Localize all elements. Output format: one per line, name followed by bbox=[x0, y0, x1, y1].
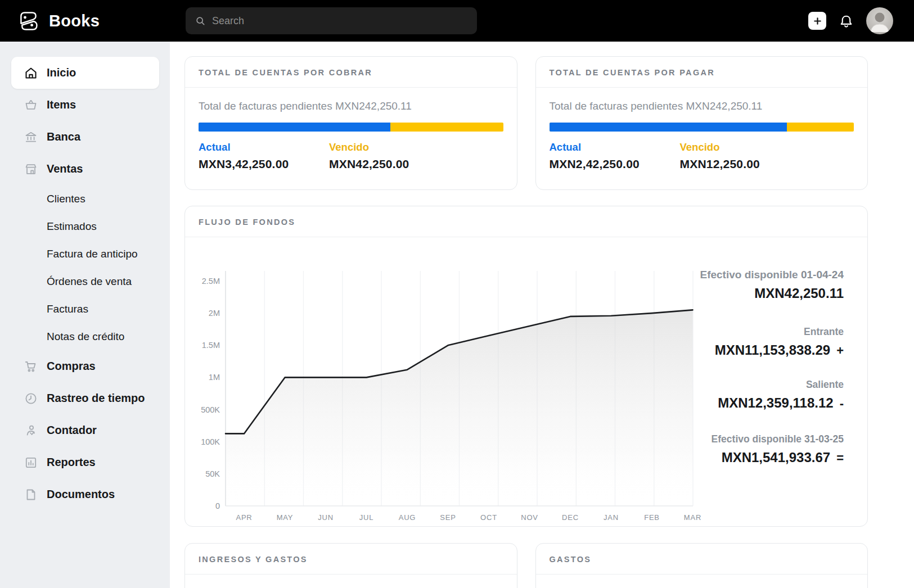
sidebar-item-label: Estimados bbox=[47, 220, 97, 233]
income-expense-card: INGRESOS Y GASTOS bbox=[184, 543, 517, 588]
minus-sign: - bbox=[840, 396, 844, 411]
sidebar: InicioItemsBancaVentasClientesEstimadosF… bbox=[0, 42, 170, 588]
sidebar-item-label: Inicio bbox=[47, 66, 76, 79]
document-icon bbox=[24, 487, 38, 502]
svg-text:JUL: JUL bbox=[359, 513, 374, 522]
sidebar-item-rastreo-de-tiempo[interactable]: Rastreo de tiempo bbox=[0, 382, 170, 414]
store-icon bbox=[24, 162, 38, 177]
svg-text:100K: 100K bbox=[201, 437, 220, 446]
clock-icon bbox=[24, 391, 38, 406]
sidebar-item-label: Notas de crédito bbox=[47, 331, 124, 343]
svg-text:2.5M: 2.5M bbox=[202, 277, 220, 286]
opening-balance-value: MXN42,250.11 bbox=[694, 286, 844, 301]
bottom-cards-row: INGRESOS Y GASTOS GASTOS bbox=[184, 543, 868, 588]
receivables-subtitle: Total de facturas pendientes MXN242,250.… bbox=[199, 100, 503, 112]
search-icon bbox=[195, 15, 206, 26]
cashflow-card: FLUJO DE FONDOS 050K100K500K1M1.5M2M2.5M… bbox=[184, 206, 868, 527]
sidebar-item-inicio[interactable]: Inicio bbox=[11, 57, 159, 89]
sidebar-item-label: Banca bbox=[47, 130, 80, 143]
sidebar-item-ventas[interactable]: Ventas bbox=[0, 153, 170, 185]
sidebar-item-label: Items bbox=[47, 98, 76, 111]
cashflow-stats: Efectivo disponible 01-04-24 MXN42,250.1… bbox=[694, 237, 867, 526]
plus-sign: + bbox=[836, 343, 844, 358]
expenses-card-title: GASTOS bbox=[536, 544, 868, 575]
payables-current-fill bbox=[550, 123, 787, 132]
report-icon bbox=[24, 455, 38, 470]
svg-text:FEB: FEB bbox=[644, 513, 660, 522]
sidebar-item-label: Facturas bbox=[47, 303, 88, 315]
svg-text:OCT: OCT bbox=[480, 513, 497, 522]
sidebar-item-reportes[interactable]: Reportes bbox=[0, 446, 170, 478]
books-app: Books bbox=[0, 0, 914, 588]
receivables-card-title: TOTAL DE CUENTAS POR COBRAR bbox=[185, 57, 517, 88]
plus-icon bbox=[812, 16, 823, 26]
search-input[interactable] bbox=[212, 15, 468, 27]
svg-text:SEP: SEP bbox=[440, 513, 456, 522]
sidebar-item-items[interactable]: Items bbox=[0, 89, 170, 121]
cashflow-card-title: FLUJO DE FONDOS bbox=[185, 206, 867, 237]
sidebar-item-notas-de-credito[interactable]: Notas de crédito bbox=[0, 323, 170, 350]
home-icon bbox=[24, 66, 38, 80]
payables-legend: Actual MXN2,42,250.00 Vencido MXN12,250.… bbox=[550, 141, 854, 171]
svg-text:2M: 2M bbox=[209, 309, 220, 318]
svg-text:JUN: JUN bbox=[318, 513, 334, 522]
basket-icon bbox=[24, 98, 38, 112]
sidebar-item-estimados[interactable]: Estimados bbox=[0, 212, 170, 240]
income-expense-card-title: INGRESOS Y GASTOS bbox=[185, 544, 517, 575]
opening-balance-label: Efectivo disponible 01-04-24 bbox=[694, 269, 844, 281]
sidebar-item-compras[interactable]: Compras bbox=[0, 350, 170, 382]
sidebar-item-contador[interactable]: Contador bbox=[0, 414, 170, 446]
receivables-current-value: MXN3,42,250.00 bbox=[199, 157, 329, 171]
incoming-value: MXN11,153,838.29 + bbox=[694, 342, 844, 358]
bell-icon bbox=[839, 13, 854, 29]
sidebar-item-label: Rastreo de tiempo bbox=[47, 392, 145, 405]
add-new-button[interactable] bbox=[808, 12, 826, 30]
receivables-progress-bar bbox=[199, 123, 503, 132]
receivables-current-fill bbox=[199, 123, 390, 132]
payables-current-value: MXN2,42,250.00 bbox=[550, 157, 680, 171]
closing-balance-label: Efectivo disponible 31-03-25 bbox=[694, 433, 844, 445]
chart-month-labels: APRMAYJUNJULAUGSEPOCTNOVDECJANFEBMAR bbox=[236, 513, 701, 522]
user-avatar[interactable] bbox=[866, 7, 893, 34]
sidebar-item-ordenes-de-venta[interactable]: Órdenes de venta bbox=[0, 268, 170, 295]
bank-icon bbox=[24, 130, 38, 144]
svg-text:AUG: AUG bbox=[399, 513, 416, 522]
cart-icon bbox=[24, 359, 38, 374]
svg-text:NOV: NOV bbox=[521, 513, 538, 522]
payables-subtitle: Total de facturas pendientes MXN242,250.… bbox=[550, 100, 854, 112]
sidebar-item-label: Documentos bbox=[47, 488, 115, 501]
payables-overdue-value: MXN12,250.00 bbox=[680, 157, 811, 171]
sidebar-item-documentos[interactable]: Documentos bbox=[0, 478, 170, 510]
receivables-overdue-value: MXN42,250.00 bbox=[329, 157, 460, 171]
sidebar-item-facturas[interactable]: Facturas bbox=[0, 295, 170, 323]
main-content: TOTAL DE CUENTAS POR COBRAR Total de fac… bbox=[170, 42, 914, 588]
sidebar-item-label: Ventas bbox=[47, 162, 83, 175]
receivables-card: TOTAL DE CUENTAS POR COBRAR Total de fac… bbox=[184, 56, 517, 190]
sidebar-item-label: Contador bbox=[47, 424, 97, 437]
closing-balance-date: 31-03-25 bbox=[804, 433, 844, 445]
payables-overdue-label: Vencido bbox=[680, 141, 811, 153]
chart-y-tick-labels: 050K100K500K1M1.5M2M2.5M bbox=[201, 277, 220, 510]
sidebar-item-factura-de-anticipo[interactable]: Factura de anticipo bbox=[0, 240, 170, 268]
sidebar-item-clientes[interactable]: Clientes bbox=[0, 185, 170, 212]
sidebar-item-banca[interactable]: Banca bbox=[0, 121, 170, 153]
svg-text:0: 0 bbox=[215, 501, 220, 510]
sidebar-item-label: Órdenes de venta bbox=[47, 275, 132, 288]
summary-cards-row: TOTAL DE CUENTAS POR COBRAR Total de fac… bbox=[184, 56, 868, 190]
brand-name: Books bbox=[49, 12, 100, 30]
svg-text:500K: 500K bbox=[201, 405, 220, 414]
payables-progress-bar bbox=[550, 123, 854, 132]
sidebar-item-label: Clientes bbox=[47, 193, 85, 205]
svg-text:1M: 1M bbox=[209, 373, 220, 382]
receivables-overdue-label: Vencido bbox=[329, 141, 460, 153]
books-logo-icon bbox=[16, 8, 41, 34]
equals-sign: = bbox=[836, 451, 844, 465]
svg-text:DEC: DEC bbox=[562, 513, 579, 522]
opening-balance-date: 01-04-24 bbox=[801, 269, 844, 281]
notifications-button[interactable] bbox=[839, 13, 854, 29]
sidebar-item-label: Reportes bbox=[47, 456, 96, 469]
sidebar-item-label: Factura de anticipo bbox=[47, 248, 138, 260]
outgoing-label: Saliente bbox=[694, 379, 844, 391]
payables-card-title: TOTAL DE CUENTAS POR PAGAR bbox=[536, 57, 868, 88]
search-bar[interactable] bbox=[186, 7, 477, 34]
